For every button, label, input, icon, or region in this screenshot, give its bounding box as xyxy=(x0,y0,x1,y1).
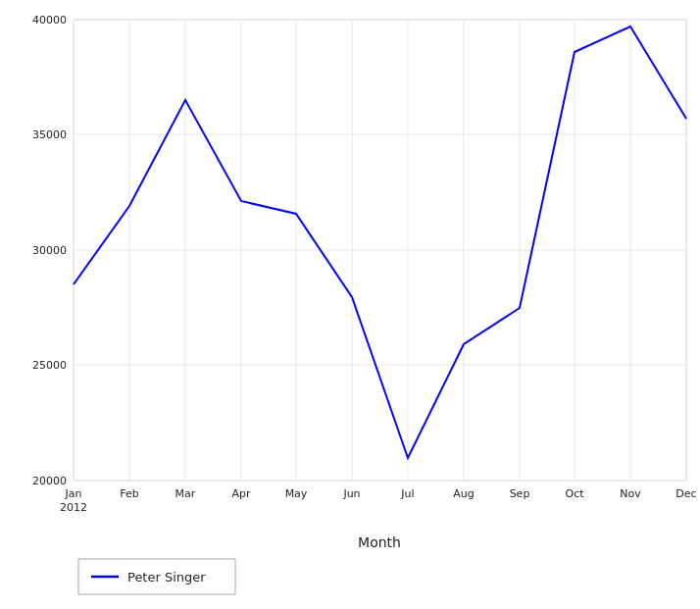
x-tick-apr: Apr xyxy=(231,487,251,500)
x-tick-jan: Jan xyxy=(65,487,82,500)
legend-label: Peter Singer xyxy=(127,570,206,584)
x-tick-2012: 2012 xyxy=(60,501,87,514)
x-tick-nov: Nov xyxy=(620,487,641,500)
x-tick-dec: Dec xyxy=(675,487,696,500)
y-tick-20000: 20000 xyxy=(32,475,67,487)
chart-container: 20000 25000 30000 35000 40000 Jan 2012 F… xyxy=(0,0,700,609)
x-tick-jun: Jun xyxy=(342,487,360,500)
x-tick-oct: Oct xyxy=(565,487,584,500)
x-tick-jul: Jul xyxy=(400,487,414,500)
y-tick-25000: 25000 xyxy=(32,359,67,372)
x-tick-aug: Aug xyxy=(453,487,474,500)
y-tick-35000: 35000 xyxy=(32,128,67,141)
x-axis-label: Month xyxy=(358,534,401,550)
x-tick-sep: Sep xyxy=(510,487,530,500)
x-tick-mar: Mar xyxy=(175,487,196,500)
x-tick-may: May xyxy=(285,487,308,500)
chart-svg: 20000 25000 30000 35000 40000 Jan 2012 F… xyxy=(0,0,700,609)
y-tick-30000: 30000 xyxy=(32,244,67,257)
x-tick-feb: Feb xyxy=(120,487,138,500)
y-tick-40000: 40000 xyxy=(32,14,67,26)
